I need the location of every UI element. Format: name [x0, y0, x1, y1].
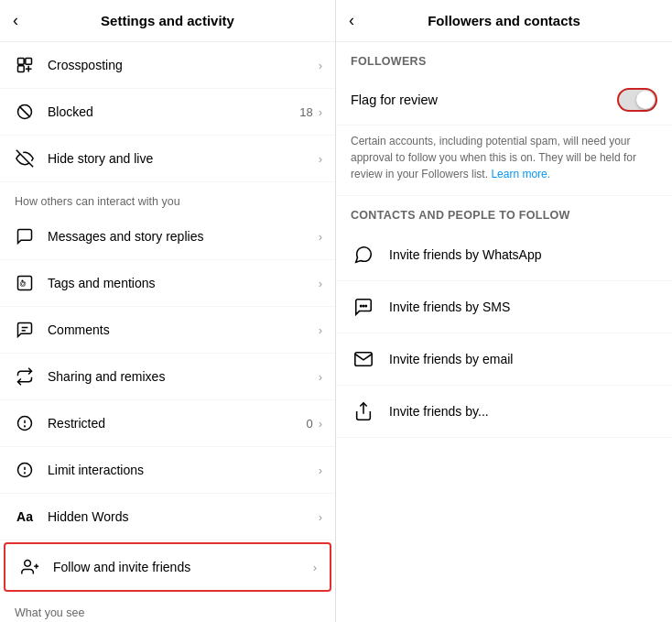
hide-story-label: Hide story and live: [48, 151, 319, 166]
messages-chevron: ›: [319, 230, 322, 244]
left-back-icon[interactable]: ‹: [13, 11, 18, 30]
crossposting-label: Crossposting: [48, 58, 319, 72]
right-back-icon[interactable]: ‹: [349, 11, 354, 30]
right-panel: ‹ Followers and contacts Followers Flag …: [336, 0, 672, 622]
contacts-section-label: Contacts and people to follow: [336, 196, 672, 229]
hide-story-icon: [13, 147, 37, 170]
follow-invite-chevron: ›: [313, 561, 317, 574]
sidebar-item-blocked[interactable]: Blocked 18 ›: [0, 89, 335, 136]
comments-label: Comments: [48, 322, 319, 337]
svg-text:@: @: [19, 279, 27, 288]
sidebar-item-crossposting[interactable]: Crossposting ›: [0, 42, 335, 89]
whatsapp-icon: [351, 242, 376, 267]
invite-sms-item[interactable]: Invite friends by SMS: [336, 281, 672, 333]
sidebar-item-limit[interactable]: Limit interactions ›: [0, 447, 335, 494]
sidebar-item-tags[interactable]: @ Tags and mentions ›: [0, 260, 335, 307]
limit-label: Limit interactions: [48, 463, 319, 477]
svg-rect-1: [26, 59, 32, 65]
sidebar-item-sharing[interactable]: Sharing and remixes ›: [0, 354, 335, 400]
comments-chevron: ›: [319, 323, 322, 337]
left-header-title: Settings and activity: [101, 13, 234, 28]
sharing-chevron: ›: [319, 370, 322, 384]
sharing-label: Sharing and remixes: [48, 369, 319, 384]
invite-whatsapp-label: Invite friends by WhatsApp: [389, 247, 542, 262]
share-icon: [351, 398, 376, 424]
hidden-words-chevron: ›: [319, 510, 322, 524]
left-panel: ‹ Settings and activity Crossposting › B…: [0, 0, 336, 622]
svg-rect-2: [18, 66, 25, 72]
sidebar-item-restricted[interactable]: Restricted 0 ›: [0, 400, 335, 447]
section1-label: How others can interact with you: [0, 182, 335, 213]
learn-more-link[interactable]: Learn more.: [491, 168, 550, 180]
block-icon: [13, 100, 37, 124]
blocked-badge: 18: [299, 105, 312, 119]
svg-line-4: [19, 106, 30, 117]
limit-chevron: ›: [319, 464, 322, 477]
flag-review-label: Flag for review: [351, 93, 438, 107]
follow-invite-icon: [18, 555, 42, 579]
limit-icon: [13, 458, 37, 482]
messages-icon: [13, 224, 37, 248]
messages-label: Messages and story replies: [48, 229, 319, 244]
invite-email-item[interactable]: Invite friends by email: [336, 333, 672, 386]
restricted-badge: 0: [306, 417, 312, 431]
invite-whatsapp-item[interactable]: Invite friends by WhatsApp: [336, 229, 672, 281]
left-header: ‹ Settings and activity: [0, 0, 335, 42]
invite-other-item[interactable]: Invite friends by...: [336, 386, 672, 438]
sharing-icon: [13, 365, 37, 388]
sidebar-item-messages[interactable]: Messages and story replies ›: [0, 213, 335, 260]
svg-rect-0: [18, 59, 25, 65]
svg-point-13: [25, 426, 26, 427]
flag-review-toggle[interactable]: [617, 88, 657, 112]
sidebar-item-follow-invite[interactable]: Follow and invite friends ›: [4, 542, 331, 592]
sidebar-item-hide-story[interactable]: Hide story and live ›: [0, 136, 335, 182]
blocked-label: Blocked: [48, 104, 299, 119]
section2-label: What you see: [0, 594, 335, 622]
hide-story-chevron: ›: [319, 152, 322, 166]
invite-other-label: Invite friends by...: [389, 404, 489, 419]
comments-icon: [13, 318, 37, 342]
svg-point-23: [363, 305, 363, 306]
svg-point-16: [25, 473, 26, 474]
sidebar-item-comments[interactable]: Comments ›: [0, 307, 335, 354]
svg-point-24: [365, 305, 366, 306]
sms-icon: [351, 294, 376, 320]
flag-review-row: Flag for review: [336, 75, 672, 125]
right-header-title: Followers and contacts: [428, 13, 580, 28]
flag-review-description: Certain accounts, including potential sp…: [336, 125, 672, 196]
followers-section-label: Followers: [336, 42, 672, 75]
tags-icon: @: [13, 271, 37, 295]
restricted-icon: [13, 411, 37, 435]
invite-email-label: Invite friends by email: [389, 352, 513, 366]
svg-point-22: [361, 305, 362, 306]
email-icon: [351, 346, 376, 372]
restricted-chevron: ›: [319, 417, 322, 431]
invite-sms-label: Invite friends by SMS: [389, 300, 510, 314]
sidebar-item-hidden-words[interactable]: Aa Hidden Words ›: [0, 494, 335, 540]
tags-chevron: ›: [319, 277, 322, 290]
right-header: ‹ Followers and contacts: [336, 0, 672, 42]
restricted-label: Restricted: [48, 416, 306, 431]
blocked-chevron: ›: [319, 105, 322, 119]
crosspost-icon: [13, 53, 37, 77]
follow-invite-label: Follow and invite friends: [53, 560, 313, 574]
hidden-words-label: Hidden Words: [48, 509, 319, 524]
hidden-words-icon: Aa: [13, 505, 37, 529]
tags-label: Tags and mentions: [48, 276, 319, 290]
svg-point-17: [25, 561, 31, 567]
crossposting-chevron: ›: [319, 59, 322, 72]
